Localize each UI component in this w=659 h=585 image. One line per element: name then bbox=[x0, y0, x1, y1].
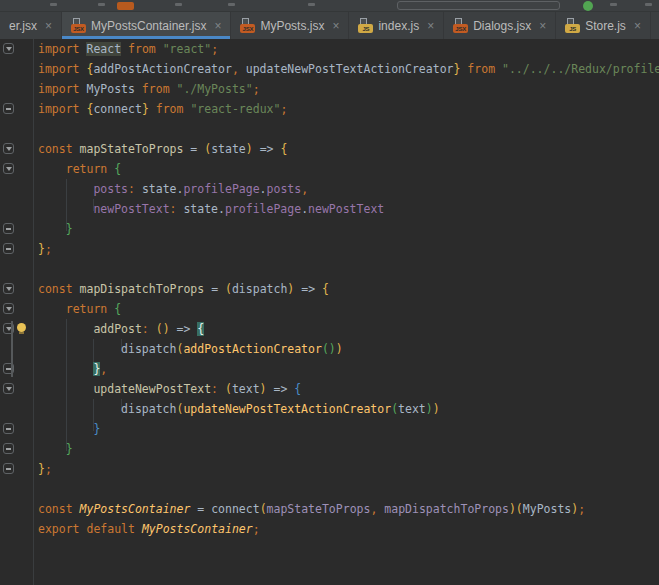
editor-tab-bar: er.jsx×JSXMyPostsContainer.jsx×JSXMyPost… bbox=[0, 12, 659, 39]
tab-label: Dialogs.jsx bbox=[473, 19, 531, 33]
file-type-chip-icon bbox=[117, 2, 134, 10]
code-line[interactable]: }; bbox=[38, 459, 659, 479]
code-line[interactable]: }; bbox=[38, 239, 659, 259]
tab-close-icon[interactable]: × bbox=[45, 20, 52, 32]
tab-er-jsx[interactable]: er.jsx× bbox=[0, 12, 62, 39]
tab-store-js[interactable]: JSStore.js× bbox=[556, 12, 651, 39]
toolbar-glyph bbox=[175, 3, 182, 6]
jsx-file-icon: JSX bbox=[71, 18, 86, 33]
jsx-file-icon: JSX bbox=[240, 18, 255, 33]
fold-open-icon[interactable] bbox=[3, 43, 14, 54]
fold-open-icon[interactable] bbox=[3, 163, 14, 174]
code-line[interactable]: updateNewPostText: (text) => { bbox=[38, 379, 659, 399]
fold-close-icon[interactable] bbox=[3, 443, 14, 454]
gutter bbox=[0, 39, 34, 585]
toolbar-glyph bbox=[228, 3, 235, 6]
tab-close-icon[interactable]: × bbox=[539, 20, 546, 32]
code-line[interactable]: return { bbox=[38, 159, 659, 179]
tab-label: er.jsx bbox=[9, 19, 37, 33]
tab-dialogs-jsx[interactable]: JSXDialogs.jsx× bbox=[444, 12, 556, 39]
code-line[interactable]: } bbox=[38, 219, 659, 239]
toolbar-glyph bbox=[98, 3, 105, 6]
tab-close-icon[interactable]: × bbox=[332, 20, 339, 32]
code-line[interactable] bbox=[38, 259, 659, 279]
fold-open-icon[interactable] bbox=[3, 143, 14, 154]
top-toolbar bbox=[0, 0, 659, 12]
code-line[interactable]: addPost: () => { bbox=[38, 319, 659, 339]
code-line[interactable] bbox=[38, 119, 659, 139]
jsx-file-icon: JSX bbox=[453, 18, 468, 33]
run-button[interactable] bbox=[583, 1, 593, 11]
code-line[interactable]: const mapDispatchToProps = (dispatch) =>… bbox=[38, 279, 659, 299]
tab-close-icon[interactable]: × bbox=[634, 20, 641, 32]
code-line[interactable]: newPostText: state.profilePage.newPostTe… bbox=[38, 199, 659, 219]
toolbar-glyph bbox=[610, 3, 617, 6]
code-line[interactable]: posts: state.profilePage.posts, bbox=[38, 179, 659, 199]
tab-mypostscontainer-jsx[interactable]: JSXMyPostsContainer.jsx× bbox=[62, 12, 231, 39]
code-line[interactable]: const mapStateToProps = (state) => { bbox=[38, 139, 659, 159]
ide-window: er.jsx×JSXMyPostsContainer.jsx×JSXMyPost… bbox=[0, 0, 659, 585]
js-file-icon: JS bbox=[358, 18, 373, 33]
fold-open-icon[interactable] bbox=[3, 303, 14, 314]
code-line[interactable]: } bbox=[38, 419, 659, 439]
intention-bulb-icon[interactable] bbox=[17, 323, 26, 332]
tab-label: MyPostsContainer.jsx bbox=[91, 19, 206, 33]
code-line[interactable]: dispatch(addPostActionCreator()) bbox=[38, 339, 659, 359]
editor[interactable]: import React from "react";import {addPos… bbox=[0, 39, 659, 585]
fold-close-icon[interactable] bbox=[3, 243, 14, 254]
js-file-icon: JS bbox=[565, 18, 580, 33]
scope-highlight-line bbox=[11, 321, 13, 377]
fold-close-icon[interactable] bbox=[3, 103, 14, 114]
toolbar-glyph bbox=[50, 3, 57, 6]
code-line[interactable]: return { bbox=[38, 299, 659, 319]
tab-label: index.js bbox=[378, 19, 419, 33]
code-line[interactable]: const MyPostsContainer = connect(mapStat… bbox=[38, 499, 659, 519]
code-line[interactable]: import {addPostActionCreator, updateNewP… bbox=[38, 59, 659, 79]
code-line[interactable]: } bbox=[38, 439, 659, 459]
fold-close-icon[interactable] bbox=[3, 463, 14, 474]
code-line[interactable]: import MyPosts from "./MyPosts"; bbox=[38, 79, 659, 99]
code-area[interactable]: import React from "react";import {addPos… bbox=[34, 39, 659, 585]
tab-myposts-jsx[interactable]: JSXMyPosts.jsx× bbox=[231, 12, 349, 39]
toolbar-glyph bbox=[308, 3, 315, 6]
code-line[interactable]: dispatch(updateNewPostTextActionCreator(… bbox=[38, 399, 659, 419]
code-line[interactable]: export default MyPostsContainer; bbox=[38, 519, 659, 539]
tab-label: MyPosts.jsx bbox=[260, 19, 324, 33]
fold-open-icon[interactable] bbox=[3, 283, 14, 294]
fold-close-icon[interactable] bbox=[3, 423, 14, 434]
run-configuration-select[interactable] bbox=[397, 1, 560, 10]
toolbar-glyph bbox=[645, 3, 652, 6]
tab-close-icon[interactable]: × bbox=[427, 20, 434, 32]
tab-close-icon[interactable]: × bbox=[214, 20, 221, 32]
tab-redu[interactable]: JSXRedu bbox=[651, 12, 659, 39]
code-line[interactable]: }, bbox=[38, 359, 659, 379]
code-line[interactable] bbox=[38, 479, 659, 499]
code-line[interactable]: import React from "react"; bbox=[38, 39, 659, 59]
fold-close-icon[interactable] bbox=[3, 223, 14, 234]
code-line[interactable]: import {connect} from "react-redux"; bbox=[38, 99, 659, 119]
fold-open-icon[interactable] bbox=[3, 383, 14, 394]
tab-index-js[interactable]: JSindex.js× bbox=[349, 12, 444, 39]
tab-label: Store.js bbox=[585, 19, 626, 33]
